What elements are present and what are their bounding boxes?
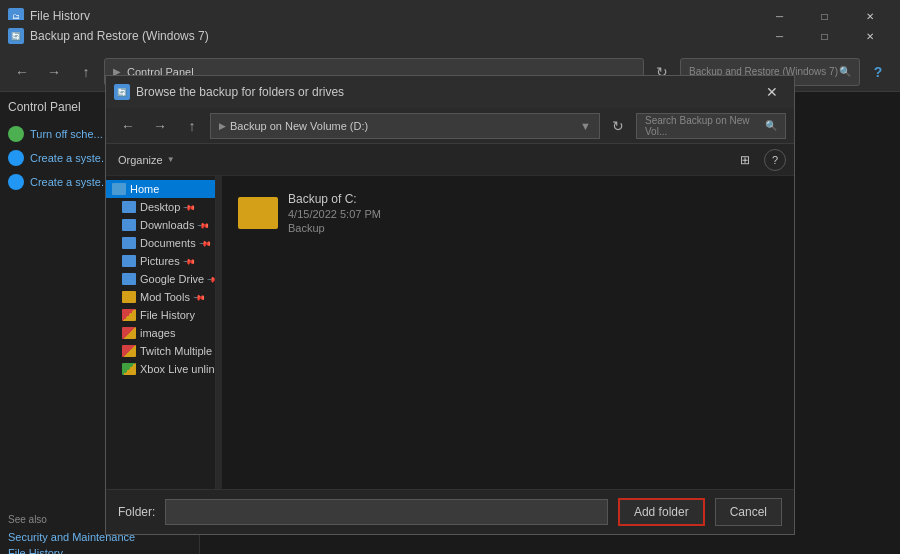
breadcrumb-separator: ▶: [219, 121, 226, 131]
file-history-link[interactable]: File History: [8, 547, 191, 554]
backup-maximize[interactable]: □: [802, 20, 847, 52]
dialog-title: Browse the backup for folders or drives: [136, 85, 752, 99]
tree-item-home[interactable]: Home: [106, 180, 215, 198]
organize-chevron: ▼: [167, 155, 175, 164]
create-sys-icon-2: [8, 174, 24, 190]
dialog-close-button[interactable]: ✕: [758, 78, 786, 106]
organize-button[interactable]: Organize ▼: [114, 152, 179, 168]
search-icon: 🔍: [765, 120, 777, 131]
documents-pin-icon: 📌: [198, 236, 211, 249]
dialog-address-text: Backup on New Volume (D:): [230, 120, 368, 132]
tree-item-pictures[interactable]: Pictures 📌: [106, 252, 215, 270]
dialog-search-placeholder: Search Backup on New Vol...: [645, 115, 765, 137]
organize-label: Organize: [118, 154, 163, 166]
tree-item-xbox[interactable]: Xbox Live unlin...: [106, 360, 215, 378]
view-button[interactable]: ⊞: [732, 149, 758, 171]
cancel-button[interactable]: Cancel: [715, 498, 782, 526]
file-type: Backup: [288, 222, 381, 234]
help-icon: ?: [772, 154, 778, 166]
forward-button[interactable]: →: [40, 58, 68, 86]
google-drive-folder-icon: [122, 273, 136, 285]
folder-label: Folder:: [118, 505, 155, 519]
dialog-address-area: ▶ Backup on New Volume (D:) ▼ ↻ Search B…: [210, 112, 786, 140]
documents-folder-icon: [122, 237, 136, 249]
dialog-help-button[interactable]: ?: [764, 149, 786, 171]
back-button[interactable]: ←: [8, 58, 36, 86]
dialog-icon: 🔄: [114, 84, 130, 100]
tree-item-images-label: images: [140, 327, 175, 339]
dialog-sidebar: Home Desktop 📌 Downloads 📌 Documents 📌 P…: [106, 176, 216, 489]
backup-folder-icon: [238, 197, 278, 229]
home-folder-icon: [112, 183, 126, 195]
tree-item-downloads[interactable]: Downloads 📌: [106, 216, 215, 234]
create-sys-label-2: Create a syste...: [30, 176, 110, 188]
tree-item-desktop-label: Desktop: [140, 201, 180, 213]
add-folder-button[interactable]: Add folder: [618, 498, 705, 526]
tree-item-xbox-label: Xbox Live unlin...: [140, 363, 215, 375]
tree-item-mod-tools[interactable]: Mod Tools 📌: [106, 288, 215, 306]
dialog-address-bar[interactable]: ▶ Backup on New Volume (D:) ▼: [210, 113, 600, 139]
tree-item-pictures-label: Pictures: [140, 255, 180, 267]
file-date: 4/15/2022 5:07 PM: [288, 208, 381, 220]
file-info: Backup of C: 4/15/2022 5:07 PM Backup: [288, 192, 381, 234]
help-button[interactable]: ?: [864, 58, 892, 86]
tree-item-file-history[interactable]: File History: [106, 306, 215, 324]
tree-item-images[interactable]: images: [106, 324, 215, 342]
dialog-body: Home Desktop 📌 Downloads 📌 Documents 📌 P…: [106, 176, 794, 489]
desktop-folder-icon: [122, 201, 136, 213]
tree-item-google-drive[interactable]: Google Drive 📌: [106, 270, 215, 288]
desktop-pin-icon: 📌: [183, 200, 196, 213]
tree-item-documents[interactable]: Documents 📌: [106, 234, 215, 252]
file-item-backup[interactable]: Backup of C: 4/15/2022 5:07 PM Backup: [230, 184, 786, 242]
create-sys-icon-1: [8, 150, 24, 166]
turn-off-label: Turn off sche...: [30, 128, 103, 140]
backup-controls: ─ □ ✕: [757, 20, 892, 52]
twitch-folder-icon: [122, 345, 136, 357]
mod-tools-folder-icon: [122, 291, 136, 303]
downloads-folder-icon: [122, 219, 136, 231]
tree-item-mod-tools-label: Mod Tools: [140, 291, 190, 303]
images-folder-icon: [122, 327, 136, 339]
backup-titlebar: 🔄 Backup and Restore (Windows 7) ─ □ ✕: [0, 20, 900, 52]
dialog-refresh-button[interactable]: ↻: [604, 112, 632, 140]
tree-item-desktop[interactable]: Desktop 📌: [106, 198, 215, 216]
tree-item-documents-label: Documents: [140, 237, 196, 249]
dialog-titlebar: 🔄 Browse the backup for folders or drive…: [106, 76, 794, 108]
mod-tools-pin-icon: 📌: [192, 290, 205, 303]
tree-item-twitch-label: Twitch Multiple: [140, 345, 212, 357]
dialog-forward-button[interactable]: →: [146, 112, 174, 140]
downloads-pin-icon: 📌: [197, 218, 210, 231]
tree-item-home-label: Home: [130, 183, 159, 195]
backup-close[interactable]: ✕: [847, 20, 892, 52]
backup-title: Backup and Restore (Windows 7): [30, 29, 751, 43]
dialog-toolbar: ← → ↑ ▶ Backup on New Volume (D:) ▼ ↻ Se…: [106, 108, 794, 144]
dialog-up-button[interactable]: ↑: [178, 112, 206, 140]
up-button[interactable]: ↑: [72, 58, 100, 86]
organize-bar: Organize ▼ ⊞ ?: [106, 144, 794, 176]
backup-minimize[interactable]: ─: [757, 20, 802, 52]
pictures-pin-icon: 📌: [182, 254, 195, 267]
dialog-back-button[interactable]: ←: [114, 112, 142, 140]
tree-item-downloads-label: Downloads: [140, 219, 194, 231]
file-history-folder-icon: [122, 309, 136, 321]
dialog-search-bar[interactable]: Search Backup on New Vol... 🔍: [636, 113, 786, 139]
dialog-footer: Folder: Add folder Cancel: [106, 489, 794, 534]
tree-item-google-drive-label: Google Drive: [140, 273, 204, 285]
gdrive-pin-icon: 📌: [206, 272, 215, 285]
pictures-folder-icon: [122, 255, 136, 267]
browse-dialog: 🔄 Browse the backup for folders or drive…: [105, 75, 795, 535]
backup-icon: 🔄: [8, 28, 24, 44]
tree-item-file-history-label: File History: [140, 309, 195, 321]
folder-input[interactable]: [165, 499, 608, 525]
create-sys-label-1: Create a syste...: [30, 152, 110, 164]
file-name: Backup of C:: [288, 192, 381, 206]
turn-off-icon: [8, 126, 24, 142]
dialog-main-area: Backup of C: 4/15/2022 5:07 PM Backup: [222, 176, 794, 489]
tree-item-twitch[interactable]: Twitch Multiple: [106, 342, 215, 360]
address-dropdown-icon[interactable]: ▼: [580, 120, 591, 132]
xbox-folder-icon: [122, 363, 136, 375]
